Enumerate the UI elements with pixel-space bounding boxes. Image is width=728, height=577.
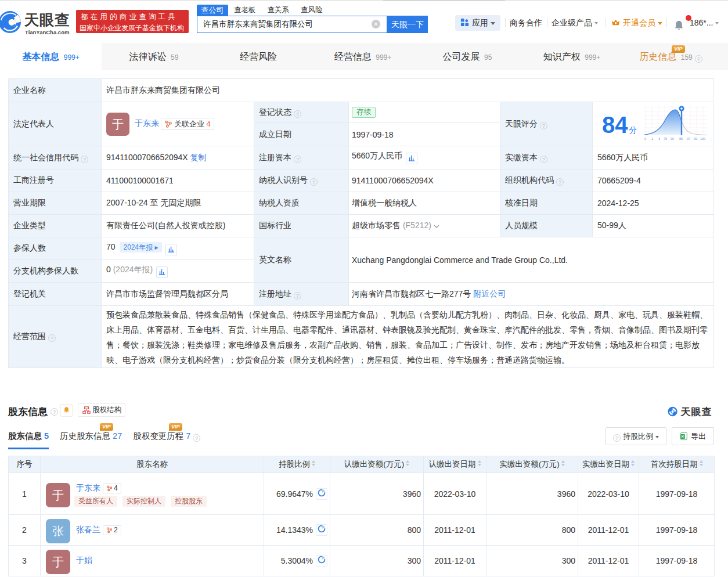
svg-text:99: 99 [694, 137, 697, 140]
svg-text:90: 90 [671, 137, 674, 140]
svg-text:3: 3 [658, 137, 660, 140]
svg-text:1: 1 [651, 137, 653, 140]
svg-text:0: 0 [644, 137, 646, 140]
svg-text:75: 75 [664, 137, 667, 140]
svg-text:97: 97 [687, 137, 690, 140]
svg-text:100: 100 [700, 137, 705, 140]
svg-text:85: 85 [679, 137, 683, 140]
